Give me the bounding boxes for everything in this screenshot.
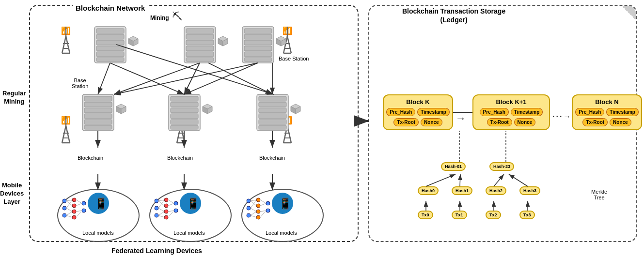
block-k1-row-1: Pre_Hash Timestamp — [477, 108, 545, 116]
merkle-hash1: Hash1 — [452, 186, 472, 195]
federated-learning-label: Federated Learning Devices — [111, 247, 202, 255]
block-k1-row-2: Tx-Root Nonce — [477, 118, 545, 126]
arrow-k-to-k1: → — [456, 112, 466, 125]
block-n-tx-root: Tx-Root — [582, 118, 608, 126]
block-k1-tx-root: Tx-Root — [487, 118, 512, 126]
block-k: Block K Pre_Hash Timestamp Tx-Root Nonce — [383, 94, 453, 130]
base-station-label-top-left: BaseStation — [72, 77, 88, 89]
block-k1-fields: Pre_Hash Timestamp Tx-Root Nonce — [477, 108, 545, 126]
block-k-fields: Pre_Hash Timestamp Tx-Root Nonce — [388, 108, 448, 126]
mobile-ellipse-3 — [241, 189, 324, 242]
merkle-tx2: Tx2 — [486, 211, 501, 219]
block-n: Block N Pre_Hash Timestamp Tx-Root Nonce — [572, 94, 642, 130]
merkle-tx3: Tx3 — [519, 211, 535, 219]
mobile-ellipse-1 — [57, 189, 140, 242]
blockchain-network-title: Blockchain Network — [73, 4, 148, 12]
block-k-timestamp: Timestamp — [417, 108, 450, 116]
block-k-nonce: Nonce — [421, 118, 442, 126]
merkle-hash3: Hash3 — [519, 186, 540, 195]
block-n-title: Block N — [577, 98, 637, 106]
block-n-pre-hash: Pre_Hash — [575, 108, 604, 116]
block-n-row-2: Tx-Root Nonce — [577, 118, 637, 126]
block-k-pre-hash: Pre_Hash — [386, 108, 415, 116]
merkle-hash2: Hash2 — [486, 186, 506, 195]
block-k-row-1: Pre_Hash Timestamp — [388, 108, 448, 116]
mining-label: Mining — [150, 15, 169, 21]
block-n-fields: Pre_Hash Timestamp Tx-Root Nonce — [577, 108, 637, 126]
block-k1-nonce: Nonce — [514, 118, 536, 126]
merkle-tx0: Tx0 — [418, 211, 433, 219]
base-station-label-top-right: Base Station — [279, 56, 309, 61]
block-k1: Block K+1 Pre_Hash Timestamp Tx-Root Non… — [472, 94, 550, 130]
block-k-title: Block K — [388, 98, 448, 106]
blockchain-storage-title: Blockchain Transaction Storage(Ledger) — [402, 7, 505, 24]
merkle-hash0: Hash0 — [418, 186, 439, 195]
regular-mining-label: RegularMining — [2, 90, 26, 106]
main-container: Blockchain Network RegularMining MobileD… — [0, 0, 644, 258]
block-k-row-2: Tx-Root Nonce — [388, 118, 448, 126]
merkle-hash-01: Hash-01 — [441, 162, 466, 171]
dots-between-blocks: ···→ — [552, 112, 572, 121]
merkle-tree-label: MerkleTree — [591, 189, 607, 200]
block-k-tx-root: Tx-Root — [393, 118, 419, 126]
block-n-row-1: Pre_Hash Timestamp — [577, 108, 637, 116]
mobile-devices-label: MobileDevicesLayer — [0, 182, 24, 206]
block-k1-pre-hash: Pre_Hash — [480, 108, 509, 116]
merkle-hash-23: Hash-23 — [489, 162, 514, 171]
merkle-tx1: Tx1 — [452, 211, 467, 219]
blockchain-label-2: Blockchain — [167, 155, 193, 161]
block-n-nonce: Nonce — [610, 118, 631, 126]
block-k1-title: Block K+1 — [477, 98, 545, 106]
blockchain-label-1: Blockchain — [78, 155, 103, 161]
blockchain-label-3: Blockchain — [259, 155, 285, 161]
block-k1-timestamp: Timestamp — [511, 108, 543, 116]
block-n-timestamp: Timestamp — [606, 108, 639, 116]
mobile-ellipse-2 — [149, 189, 232, 242]
